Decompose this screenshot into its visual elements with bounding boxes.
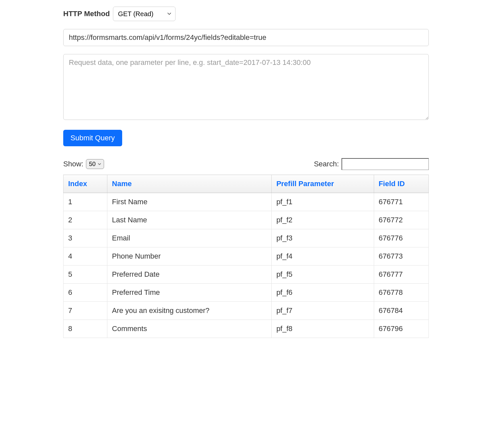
cell-prefill: pf_f8 (272, 320, 374, 338)
table-row: 8Commentspf_f8676796 (64, 320, 429, 338)
http-method-label: HTTP Method (63, 10, 110, 18)
cell-prefill: pf_f3 (272, 229, 374, 247)
cell-name: Are you an exisitng customer? (107, 302, 272, 320)
cell-name: Email (107, 229, 272, 247)
search-input[interactable] (342, 158, 429, 170)
submit-query-button[interactable]: Submit Query (63, 130, 122, 146)
cell-name: Phone Number (107, 247, 272, 266)
cell-prefill: pf_f2 (272, 211, 374, 229)
cell-field_id: 676796 (374, 320, 428, 338)
cell-field_id: 676778 (374, 284, 428, 302)
table-row: 2Last Namepf_f2676772 (64, 211, 429, 229)
cell-index: 2 (64, 211, 107, 229)
cell-index: 4 (64, 247, 107, 266)
cell-index: 5 (64, 266, 107, 284)
table-row: 3Emailpf_f3676776 (64, 229, 429, 247)
show-select[interactable]: 50 (86, 159, 104, 169)
table-row: 5Preferred Datepf_f5676777 (64, 266, 429, 284)
results-table: Index Name Prefill Parameter Field ID 1F… (63, 175, 429, 338)
cell-name: Last Name (107, 211, 272, 229)
http-method-select[interactable]: GET (Read) (113, 7, 176, 21)
cell-field_id: 676784 (374, 302, 428, 320)
table-header-row: Index Name Prefill Parameter Field ID (64, 175, 429, 193)
cell-index: 3 (64, 229, 107, 247)
cell-prefill: pf_f1 (272, 193, 374, 211)
cell-prefill: pf_f6 (272, 284, 374, 302)
column-header-index[interactable]: Index (64, 175, 107, 193)
cell-index: 6 (64, 284, 107, 302)
search-label: Search: (314, 160, 339, 168)
url-input[interactable] (63, 29, 429, 46)
search-group: Search: (314, 158, 429, 170)
table-controls: Show: 50 Search: (63, 158, 429, 170)
table-row: 1First Namepf_f1676771 (64, 193, 429, 211)
cell-index: 1 (64, 193, 107, 211)
table-row: 6Preferred Timepf_f6676778 (64, 284, 429, 302)
show-label: Show: (63, 160, 83, 168)
show-group: Show: 50 (63, 159, 104, 169)
request-data-textarea[interactable] (63, 54, 429, 120)
cell-field_id: 676772 (374, 211, 428, 229)
http-method-row: HTTP Method GET (Read) (63, 7, 429, 21)
cell-index: 7 (64, 302, 107, 320)
cell-index: 8 (64, 320, 107, 338)
cell-name: Preferred Date (107, 266, 272, 284)
table-row: 7Are you an exisitng customer?pf_f767678… (64, 302, 429, 320)
cell-field_id: 676773 (374, 247, 428, 266)
cell-field_id: 676776 (374, 229, 428, 247)
cell-name: First Name (107, 193, 272, 211)
cell-field_id: 676771 (374, 193, 428, 211)
cell-prefill: pf_f4 (272, 247, 374, 266)
cell-name: Preferred Time (107, 284, 272, 302)
cell-name: Comments (107, 320, 272, 338)
column-header-prefill[interactable]: Prefill Parameter (272, 175, 374, 193)
table-row: 4Phone Numberpf_f4676773 (64, 247, 429, 266)
cell-prefill: pf_f5 (272, 266, 374, 284)
cell-field_id: 676777 (374, 266, 428, 284)
column-header-fieldid[interactable]: Field ID (374, 175, 428, 193)
column-header-name[interactable]: Name (107, 175, 272, 193)
cell-prefill: pf_f7 (272, 302, 374, 320)
